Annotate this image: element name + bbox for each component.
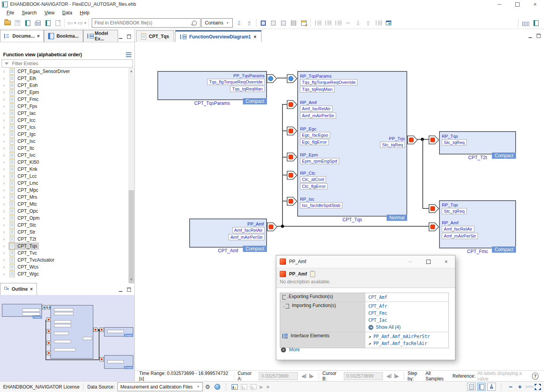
output-port-pp-amf[interactable] (267, 222, 277, 231)
step-by-value[interactable]: All Samples (425, 371, 449, 382)
play-icon[interactable]: ▶ (260, 384, 263, 390)
tree-item[interactable]: › CPT_Str (0, 229, 128, 236)
tree-item[interactable]: › CPT_Lcc (0, 173, 128, 180)
minimize-button[interactable] (490, 0, 508, 9)
tree-item[interactable]: › CPT_Lmc (0, 180, 128, 187)
input-port-rp-egc[interactable] (287, 127, 297, 135)
expand-chevron-icon[interactable]: › (3, 97, 9, 102)
more-link[interactable]: + More (281, 347, 300, 352)
scroll-down-icon[interactable]: ▼ (128, 276, 134, 283)
input-port-rp-epm[interactable] (287, 153, 297, 161)
port-label[interactable]: RP_Ctc (300, 171, 328, 175)
interface-element-link[interactable]: ↗PP_Amf.Amf_mAirPerStr (368, 333, 445, 340)
expand-chevron-icon[interactable]: › (3, 201, 9, 207)
tree-item[interactable]: › CPT_Opm (0, 215, 128, 222)
menu-item[interactable]: Data (59, 9, 75, 16)
importing-function-link[interactable]: CPT_Afr (368, 303, 445, 310)
diagram-tool1-button[interactable] (313, 18, 323, 28)
port-label[interactable]: RP_Tqs (442, 134, 467, 139)
port-label[interactable]: PP_Tqs (380, 136, 405, 141)
maximize-pane-button[interactable] (127, 35, 131, 39)
selected-port-highlight[interactable]: PP_Amf (247, 222, 265, 226)
tree-item[interactable]: › CPT_Wgc (0, 271, 128, 278)
tree-item[interactable]: › CPT_Epm (0, 89, 128, 96)
signal-box[interactable]: Amf_mAirPerStr (228, 234, 265, 240)
navigate-back-button[interactable]: ⇦▼ (67, 18, 77, 28)
tree-item[interactable]: › CPT_Ics (0, 124, 128, 131)
expand-chevron-icon[interactable]: › (3, 76, 9, 81)
filter-input[interactable] (11, 61, 133, 67)
zoom-out-button[interactable]: − (507, 383, 514, 390)
cursor-a-input[interactable] (259, 372, 298, 380)
maximize-pane-button[interactable] (127, 288, 131, 292)
expand-chevron-icon[interactable]: › (3, 271, 9, 277)
show-all-link[interactable]: ➔ Show All (4) (368, 324, 445, 331)
overview-diagram-button[interactable] (374, 18, 383, 28)
signal-box[interactable]: Isc_facIdleSpdStab (300, 202, 342, 208)
tree-item[interactable]: › CPT_KI50 (0, 159, 128, 166)
block-cpt-tqs[interactable]: RP_TqsParams Tqs_flgTorqueReqOverride Tq… (297, 71, 407, 217)
cursor-b-step-forward-button[interactable]: ▶ (394, 373, 399, 379)
minimize-pane-button[interactable] (528, 34, 532, 38)
signal-box[interactable]: Tqs_flgTorqueReqOverride (207, 79, 265, 85)
tab-outline[interactable]: Outline × (0, 283, 37, 295)
expand-chevron-icon[interactable]: › (3, 243, 9, 249)
tree-item[interactable]: › CPT_Iac (0, 110, 128, 117)
interface-element-link[interactable]: ↗PP_Amf.Amf_facRelAir (368, 340, 445, 347)
tree-item[interactable]: › CPT_Fmc (0, 96, 128, 103)
block-cpt-t2t[interactable]: RP_Tqs Stc_tqReq CPT_T2t Compact (439, 131, 516, 154)
expand-chevron-icon[interactable]: › (3, 187, 9, 193)
tree-item[interactable]: › CPT_Ivc (0, 152, 128, 159)
input-port-rp-tqsparams[interactable] (287, 74, 297, 83)
expand-chevron-icon[interactable]: › (3, 69, 9, 74)
move-up-button[interactable]: ⇧ (364, 18, 373, 28)
fit-to-screen-icon[interactable] (535, 384, 541, 390)
diagram-tool3-button[interactable] (333, 18, 343, 28)
tree-item[interactable]: › CPT_Mrs (0, 194, 128, 201)
outline-minimap[interactable]: Compact Compact (0, 295, 134, 381)
input-port-fmc-rp-tqs[interactable] (429, 204, 439, 213)
signal-box[interactable]: Epm_rpmEngSpd (300, 158, 339, 164)
pdf-button[interactable] (53, 18, 63, 28)
tree-item[interactable]: › CPT_Egas_SensorDriver (0, 68, 128, 75)
signal-box[interactable]: Egc_flgError (300, 139, 329, 145)
function-tool-button[interactable] (269, 18, 278, 28)
signal-box[interactable]: Egc_facEgas (300, 132, 330, 138)
cursor-b-input[interactable] (344, 372, 383, 380)
settings-gear-icon[interactable]: ⚙ (205, 383, 210, 390)
expand-chevron-icon[interactable]: › (3, 222, 9, 228)
open-file-button[interactable] (3, 18, 12, 28)
save-button[interactable] (13, 18, 22, 28)
signal-box[interactable]: Amf_facRelAir (442, 226, 474, 232)
popup-maximize-button[interactable] (419, 256, 437, 267)
port-label[interactable]: RP_Isc (300, 197, 342, 201)
minimize-pane-button[interactable] (118, 288, 123, 292)
menu-item[interactable]: View (41, 9, 58, 16)
expand-chevron-icon[interactable]: › (3, 118, 9, 123)
shortcuts-button[interactable] (521, 18, 530, 28)
maximize-pane-button[interactable] (536, 34, 541, 38)
expand-chevron-icon[interactable]: › (3, 208, 9, 214)
find-input[interactable] (92, 20, 192, 26)
expand-chevron-icon[interactable]: › (3, 153, 9, 158)
signal-box[interactable]: Stc_tqReq (380, 142, 405, 148)
tab-documents[interactable]: Docume... × (0, 30, 44, 42)
signal-box[interactable]: Amf_mAirPerStr (442, 233, 478, 239)
tree-item[interactable]: › CPT_Mtc (0, 201, 128, 208)
signal-box[interactable]: Amf_facRelAir (300, 106, 333, 112)
expand-chevron-icon[interactable]: › (3, 180, 9, 186)
tree-item[interactable]: › CPT_Mpc (0, 187, 128, 194)
expand-chevron-icon[interactable]: › (3, 132, 9, 137)
menu-item[interactable]: File (3, 9, 17, 16)
tree-item[interactable]: › CPT_TvcActuator (0, 257, 128, 264)
tree-item[interactable]: › CPT_Knk (0, 166, 128, 173)
popup-close-button[interactable]: × (437, 256, 455, 267)
tree-item[interactable]: › CPT_Igc (0, 131, 128, 138)
expand-chevron-icon[interactable]: › (3, 90, 9, 95)
tree-item[interactable]: › CPT_Itc (0, 145, 128, 152)
ehandbook-button[interactable] (23, 18, 32, 28)
data-source-dropdown[interactable]: Measurement and Calibration Files ▼ (117, 382, 203, 391)
close-button[interactable]: × (526, 0, 544, 9)
tab-function-overview-diagram[interactable]: FunctionOverviewDiagram1 × (175, 30, 262, 42)
author-view-button[interactable] (487, 383, 496, 391)
